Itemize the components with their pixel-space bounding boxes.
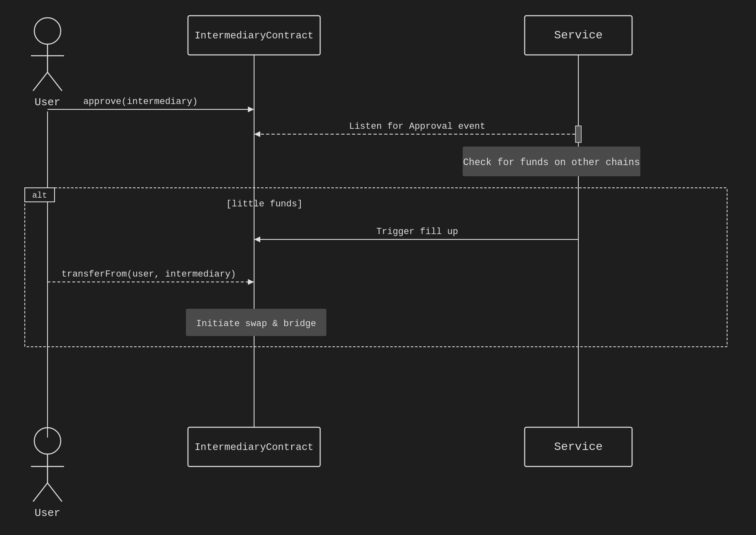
listen-approval-label: Listen for Approval event — [349, 121, 485, 132]
check-funds-note-label: Check for funds on other chains — [463, 157, 640, 168]
user-bottom-label: User — [35, 507, 60, 519]
initiate-swap-note-label: Initiate swap & bridge — [196, 319, 316, 329]
intermediary-top-label: IntermediaryContract — [195, 30, 314, 41]
user-top-label: User — [35, 96, 60, 109]
diagram-container: User IntermediaryContract Service approv… — [0, 0, 756, 535]
service-top-label: Service — [554, 29, 603, 42]
sequence-diagram-svg: User IntermediaryContract Service approv… — [0, 0, 756, 535]
service-bottom-label: Service — [554, 440, 603, 453]
svg-rect-0 — [0, 0, 756, 535]
approve-label: approve(intermediary) — [83, 97, 197, 107]
transfer-from-label: transferFrom(user, intermediary) — [62, 269, 236, 279]
service-activation-1 — [575, 126, 581, 142]
alt-label-text: alt — [32, 191, 47, 200]
intermediary-bottom-label: IntermediaryContract — [195, 442, 314, 453]
trigger-fillup-label: Trigger fill up — [376, 227, 458, 237]
alt-condition-label: [little funds] — [226, 199, 303, 209]
